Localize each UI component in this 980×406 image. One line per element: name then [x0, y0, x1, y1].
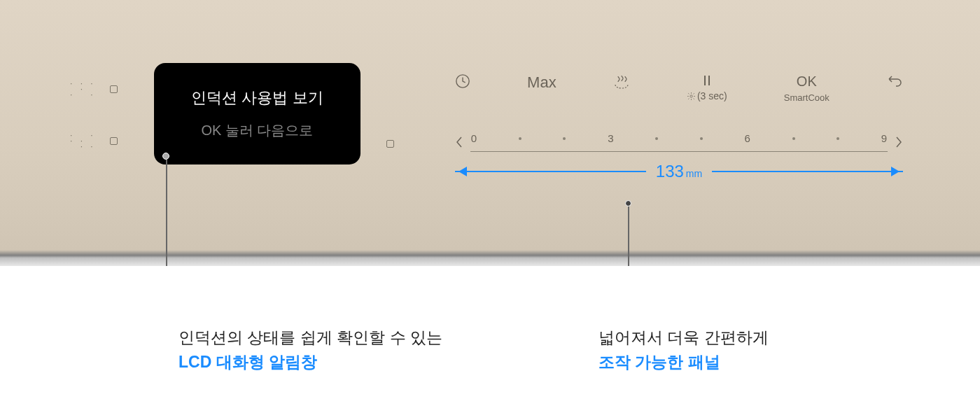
pause-sublabel: (3 sec)	[687, 90, 727, 102]
lcd-title: 인덕션 사용법 보기	[191, 88, 323, 108]
zone-row-1: · · · ·· ·	[70, 80, 118, 97]
arrow-right-icon	[712, 171, 903, 172]
power-slider-track: 0 3 6 9	[470, 132, 888, 152]
slider-dot-icon	[792, 137, 795, 140]
caption-area: 인덕션의 상태를 쉽게 확인할 수 있는 LCD 대화형 알림창 넓어져서 더욱…	[0, 266, 980, 406]
slider-dot-icon	[563, 137, 566, 140]
pause-control: (3 sec)	[687, 74, 727, 102]
callout-dot-icon	[162, 153, 169, 160]
caption-left-emphasis: LCD 대화형 알림창	[178, 353, 317, 371]
slider-mark-0: 0	[470, 132, 477, 144]
svg-point-3	[690, 94, 692, 97]
zone-dots-icon: · ·· · · ·	[70, 132, 96, 149]
chevron-left-icon	[455, 135, 463, 149]
lcd-screen: 인덕션 사용법 보기 OK 눌러 다음으로	[154, 63, 360, 164]
lcd-subtitle: OK 눌러 다음으로	[201, 121, 313, 140]
pause-icon	[701, 74, 713, 88]
zone-select-square-icon	[386, 140, 394, 148]
control-row-icons: Max	[455, 74, 903, 103]
slider-mark-6: 6	[744, 132, 751, 144]
zone-row-2: · ·· · · ·	[70, 132, 118, 149]
slider-mark-9: 9	[881, 132, 888, 144]
zone-select-square-icon	[110, 85, 118, 93]
zone-indicators: · · · ·· · · ·· · · ·	[70, 80, 118, 149]
slider-mark-3: 3	[607, 132, 614, 144]
caption-right: 넓어져서 더욱 간편하게 조작 가능한 패널	[598, 326, 769, 374]
smartcook-label: SmartCook	[784, 92, 830, 103]
measurement-arrow: 133mm	[455, 162, 903, 181]
caption-left: 인덕션의 상태를 쉽게 확인할 수 있는 LCD 대화형 알림창	[178, 326, 442, 374]
slider-dot-icon	[700, 137, 703, 140]
power-slider-row: 0 3 6 9	[455, 132, 903, 152]
caption-right-emphasis: 조작 가능한 패널	[598, 353, 720, 371]
max-label: Max	[527, 74, 556, 92]
caption-right-line1: 넓어져서 더욱 간편하게	[598, 328, 769, 346]
cooktop-panel-image: · · · ·· · · ·· · · · 인덕션 사용법 보기 OK 눌러 다…	[0, 0, 980, 266]
max-control: Max	[527, 74, 556, 92]
back-control	[886, 74, 903, 88]
slider-dot-icon	[519, 137, 522, 140]
gear-icon	[687, 92, 696, 101]
timer-control	[455, 74, 470, 89]
keep-warm-control	[613, 74, 630, 89]
back-icon	[886, 74, 903, 88]
ok-control: OK SmartCook	[784, 74, 830, 103]
zone-dots-icon: · · · ·· ·	[70, 80, 96, 97]
clock-icon	[455, 74, 470, 89]
slider-dot-icon	[655, 137, 658, 140]
caption-left-line1: 인덕션의 상태를 쉽게 확인할 수 있는	[178, 328, 442, 346]
control-strip: Max	[455, 74, 903, 181]
slider-dot-icon	[836, 137, 839, 140]
zone-select-square-icon	[110, 137, 118, 145]
ok-label: OK	[797, 74, 817, 90]
measurement-value: 133mm	[656, 162, 702, 181]
chevron-right-icon	[895, 135, 903, 149]
callout-dot-icon	[625, 200, 631, 206]
steam-icon	[613, 74, 630, 89]
arrow-left-icon	[455, 171, 646, 172]
